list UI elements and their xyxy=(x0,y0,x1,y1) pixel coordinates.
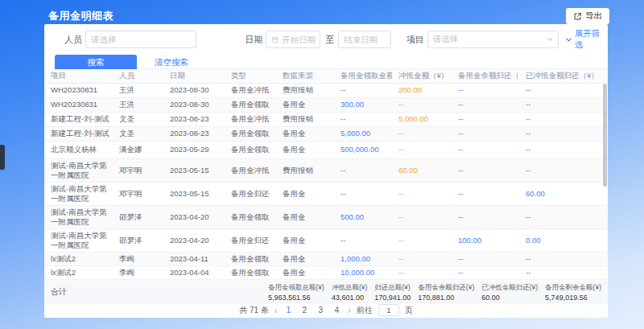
data-table: 项目 人员 日期 类型 数据来源 备用金领取金额（¥） 冲抵金额（¥） 备用金余… xyxy=(44,69,608,282)
cell-person: 满金娜 xyxy=(113,141,163,158)
cell-source: 备用金 xyxy=(276,265,334,279)
date-start-field[interactable] xyxy=(282,35,319,44)
cell-project: WH20230831 xyxy=(44,97,113,112)
cell-date: 2023-05-15 xyxy=(163,158,225,182)
cell-balance-return[interactable]: 100.00 xyxy=(452,228,519,252)
table-row: lx测试2 李峋 2023-04-04 备用金冲抵 费用报销 -- 3,000.… xyxy=(44,279,608,282)
page-number-2[interactable]: 2 xyxy=(299,306,310,315)
person-input[interactable] xyxy=(91,35,191,44)
cell-source: 备用金 xyxy=(276,141,334,158)
cell-offset-return: -- xyxy=(519,97,608,112)
cell-type: 备用金冲抵 xyxy=(225,83,276,97)
cell-offset-amount[interactable]: 60.00 xyxy=(392,158,452,182)
person-select-input[interactable] xyxy=(85,31,196,48)
cell-type: 备用金领取 xyxy=(225,205,276,228)
cell-receive-amount: -- xyxy=(334,228,392,252)
col-header-offset-amount: 冲抵金额（¥） xyxy=(392,69,452,83)
cell-receive-amount: -- xyxy=(334,158,392,182)
project-filter-label: 项目 xyxy=(407,34,424,46)
table-row: 北京顺义杨林 满金娜 2023-05-29 备用金领取 备用金 500,000.… xyxy=(44,141,608,158)
project-select[interactable]: 请选择 xyxy=(427,31,559,48)
col-header-offset-return: 已冲抵金额归还（¥） xyxy=(519,69,608,83)
goto-page-input[interactable] xyxy=(378,304,399,316)
cell-person: 李峋 xyxy=(113,265,163,279)
summary-receive-total: 备用金领取总额(¥) 5,963,561.56 xyxy=(268,283,324,302)
cell-offset-return[interactable]: 0.00 xyxy=(519,228,608,252)
cell-receive-amount[interactable]: 1,000.00 xyxy=(334,252,392,265)
project-select-placeholder: 请选择 xyxy=(433,34,547,45)
content-card: 人员 日期 至 项目 请选择 xyxy=(44,24,608,318)
export-button[interactable]: 导出 xyxy=(566,8,609,24)
cell-source: 费用报销 xyxy=(276,112,334,126)
table-row: WH20230831 王洪 2023-08-30 备用金领取 备用金 300.0… xyxy=(44,97,608,112)
cell-receive-amount[interactable]: 10,000.00 xyxy=(334,265,392,279)
cell-project: 新建工程-刘-测试 xyxy=(44,126,113,141)
cell-source: 备用金 xyxy=(276,126,334,141)
summary-value: 43,601.00 xyxy=(332,294,367,302)
cell-person: 邵梦泽 xyxy=(113,205,163,228)
cell-offset-return: -- xyxy=(519,279,608,282)
search-button[interactable]: 搜索 xyxy=(55,55,137,71)
top-bar: 备用金明细表 导出 xyxy=(48,6,609,26)
vertical-scrollbar[interactable] xyxy=(603,84,607,187)
summary-value: 170,881.00 xyxy=(418,294,474,302)
cell-date: 2023-04-20 xyxy=(163,205,225,228)
expand-filter-link[interactable]: 展开筛选 xyxy=(565,28,608,51)
cell-offset-amount[interactable]: 3,000.00 xyxy=(392,279,452,282)
cell-balance-return: -- xyxy=(452,252,519,265)
cell-receive-amount[interactable]: 5,000.00 xyxy=(334,126,392,141)
col-header-person: 人员 xyxy=(113,69,163,83)
cell-person: 李峋 xyxy=(113,252,163,265)
next-page-icon[interactable]: › xyxy=(348,306,351,315)
summary-offset-return-total: 已冲抵金额归还(¥) 60.00 xyxy=(481,283,538,302)
date-start-input[interactable] xyxy=(266,31,320,48)
cell-offset-return: -- xyxy=(519,83,608,97)
page-number-1[interactable]: 1 xyxy=(283,306,294,315)
summary-return-total: 归还总额(¥) 170,941.00 xyxy=(374,283,411,302)
cell-offset-amount[interactable]: 200.00 xyxy=(392,83,452,97)
calendar-icon xyxy=(271,36,279,43)
table-row: 新建工程-刘-测试 文圣 2023-08-23 备用金冲抵 费用报销 -- 5,… xyxy=(44,112,608,126)
clear-search-link[interactable]: 清空搜索 xyxy=(155,57,188,68)
cell-project: lx测试2 xyxy=(44,265,113,279)
cell-receive-amount[interactable]: 500,000.00 xyxy=(334,141,392,158)
table-body: WH20230831 王洪 2023-08-30 备用金冲抵 费用报销 -- 2… xyxy=(44,83,608,282)
table-row: 新建工程-刘-测试 文圣 2023-08-23 备用金领取 备用金 5,000.… xyxy=(44,126,608,141)
cell-type: 备用金领取 xyxy=(225,97,276,112)
cell-date: 2023-05-15 xyxy=(163,182,225,205)
filter-bar: 人员 日期 至 项目 请选择 xyxy=(44,24,608,69)
cell-offset-amount[interactable]: 5,000.00 xyxy=(392,112,452,126)
summary-label: 备用金剩余金额(¥) xyxy=(545,283,601,293)
cell-person: 李峋 xyxy=(113,279,163,282)
cell-date: 2023-08-30 xyxy=(163,97,225,112)
page-number-3[interactable]: 3 xyxy=(316,306,326,315)
date-to-label: 至 xyxy=(325,34,334,46)
summary-label: 已冲抵金额归还(¥) xyxy=(481,283,538,293)
cell-person: 邵梦泽 xyxy=(113,228,163,252)
cell-balance-return: -- xyxy=(452,182,519,205)
cell-offset-return[interactable]: 60.00 xyxy=(519,182,608,205)
chevron-down-icon xyxy=(565,36,572,43)
drawer-handle[interactable] xyxy=(0,145,5,170)
cell-receive-amount[interactable]: 500.00 xyxy=(334,205,392,228)
date-end-field[interactable] xyxy=(344,35,385,44)
cell-balance-return: -- xyxy=(452,97,519,112)
goto-label: 前往 xyxy=(357,305,373,316)
cell-offset-amount: -- xyxy=(392,252,452,265)
cell-offset-return: -- xyxy=(519,158,608,182)
cell-offset-amount: -- xyxy=(392,265,452,279)
col-header-source: 数据来源 xyxy=(276,69,334,83)
cell-source: 费用报销 xyxy=(276,158,334,182)
cell-balance-return: -- xyxy=(452,158,519,182)
date-end-input[interactable] xyxy=(338,31,390,48)
cell-source: 备用金 xyxy=(276,228,334,252)
page-number-4[interactable]: 4 xyxy=(332,306,342,315)
cell-source: 费用报销 xyxy=(276,279,334,282)
cell-date: 2023-05-29 xyxy=(163,141,225,158)
summary-row: 合计 备用金领取总额(¥) 5,963,561.56 冲抵总额(¥) 43,60… xyxy=(44,282,608,303)
cell-receive-amount[interactable]: 300.00 xyxy=(334,97,392,112)
prev-page-icon[interactable]: ‹ xyxy=(275,306,278,315)
summary-value: 170,941.00 xyxy=(374,294,411,302)
summary-label: 备用金余额归还(¥) xyxy=(418,283,474,293)
cell-balance-return: -- xyxy=(452,141,519,158)
